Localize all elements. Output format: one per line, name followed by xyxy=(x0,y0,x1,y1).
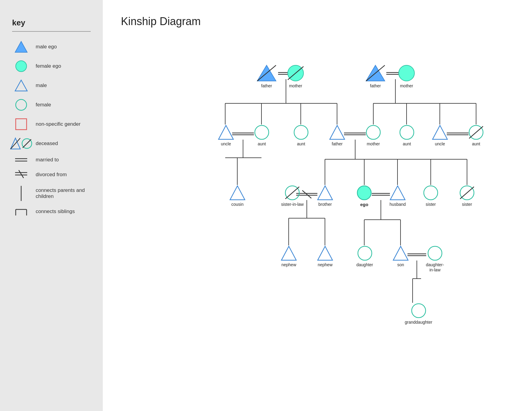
label-gm1: mother xyxy=(289,83,302,89)
label-aunt1: aunt xyxy=(258,141,266,147)
svg-point-81 xyxy=(400,125,414,139)
label-gm2: mother xyxy=(400,83,413,89)
svg-marker-0 xyxy=(15,41,27,52)
svg-point-1 xyxy=(16,61,27,72)
node-uncle2: uncle xyxy=(432,125,448,147)
svg-point-98 xyxy=(428,246,442,260)
label-husband: husband xyxy=(390,202,406,207)
female-ego-symbol xyxy=(12,60,30,73)
male-ego-symbol xyxy=(12,40,30,53)
label-uncle1: uncle xyxy=(221,141,231,147)
node-daughter: daughter xyxy=(356,245,373,267)
sidebar: key male ego female ego male xyxy=(0,0,103,411)
label-ego: ego xyxy=(360,202,368,207)
label-uncle2: uncle xyxy=(435,141,445,147)
node-nephew1: nephew xyxy=(281,245,297,267)
key-item-non-specific: non-specific gender xyxy=(12,118,91,131)
label-daughterinlaw: daughter- in-law xyxy=(426,262,444,273)
node-husband: husband xyxy=(389,185,406,207)
svg-line-93 xyxy=(460,187,474,199)
node-gm2: mother xyxy=(397,64,416,89)
svg-point-91 xyxy=(424,186,438,200)
label-sisterinlaw: sister-in-law xyxy=(281,202,304,207)
key-label-female-ego: female ego xyxy=(36,63,61,69)
svg-point-99 xyxy=(412,304,426,318)
key-item-female-ego: female ego xyxy=(12,60,91,73)
label-cousin: cousin xyxy=(231,202,243,207)
key-title: key xyxy=(12,18,91,28)
node-gf1: father xyxy=(256,64,277,89)
node-daughterinlaw: daughter- in-law xyxy=(426,245,444,273)
key-item-siblings: connects siblings xyxy=(12,207,91,216)
key-label-married: married to xyxy=(36,157,59,163)
svg-line-13 xyxy=(19,170,24,178)
main-content: Kinship Diagram xyxy=(103,0,532,411)
svg-line-87 xyxy=(285,187,299,199)
key-label-parent-child: connects parents and children xyxy=(36,187,91,199)
non-specific-symbol xyxy=(12,118,30,131)
node-granddaughter: granddaughter xyxy=(405,303,432,325)
node-brother: brother xyxy=(317,185,333,207)
female-symbol xyxy=(12,98,30,112)
node-father: father xyxy=(329,125,345,147)
male-symbol xyxy=(12,79,30,92)
svg-marker-95 xyxy=(318,246,332,260)
label-aunt2: aunt xyxy=(297,141,305,147)
divorced-symbol xyxy=(12,170,30,180)
node-nephew2: nephew xyxy=(317,245,333,267)
key-item-male: male xyxy=(12,79,91,92)
svg-marker-79 xyxy=(330,125,345,139)
node-sisterinlaw: sister-in-law xyxy=(281,185,304,207)
svg-marker-97 xyxy=(393,246,408,260)
svg-marker-76 xyxy=(219,125,233,139)
key-item-deceased: deceased xyxy=(12,137,91,150)
svg-point-80 xyxy=(366,125,380,139)
svg-marker-2 xyxy=(15,80,27,91)
label-son: son xyxy=(397,262,404,267)
label-mother: mother xyxy=(367,141,380,147)
svg-line-6 xyxy=(11,138,20,149)
married-symbol xyxy=(12,156,30,163)
svg-line-84 xyxy=(469,126,483,138)
key-label-deceased: deceased xyxy=(36,141,58,147)
key-item-parent-child: connects parents and children xyxy=(12,186,91,201)
svg-point-96 xyxy=(358,246,372,260)
node-sister1: sister xyxy=(423,185,439,207)
label-brother: brother xyxy=(318,202,332,207)
key-item-married: married to xyxy=(12,156,91,163)
node-aunt4: aunt xyxy=(468,125,484,147)
node-aunt1: aunt xyxy=(254,125,270,147)
key-label-non-specific: non-specific gender xyxy=(36,121,80,127)
label-nephew2: nephew xyxy=(318,262,332,267)
label-gf1: father xyxy=(261,83,272,89)
svg-point-3 xyxy=(16,99,27,110)
svg-line-8 xyxy=(23,139,31,148)
label-sister1: sister xyxy=(426,202,436,207)
node-ego: ego xyxy=(356,185,372,207)
label-gf2: father xyxy=(370,83,381,89)
label-sister2: sister xyxy=(462,202,472,207)
key-label-female: female xyxy=(36,102,51,108)
svg-marker-82 xyxy=(433,125,447,139)
key-label-siblings: connects siblings xyxy=(36,209,75,215)
node-sister2: sister xyxy=(459,185,475,207)
deceased-symbol xyxy=(12,137,30,150)
node-gf2: father xyxy=(365,64,386,89)
diagram-title: Kinship Diagram xyxy=(121,15,514,28)
label-daughter: daughter xyxy=(356,262,373,267)
svg-point-75 xyxy=(399,65,414,81)
node-mother: mother xyxy=(365,125,381,147)
svg-marker-85 xyxy=(230,186,245,200)
key-item-divorced: divorced from xyxy=(12,170,91,180)
node-cousin: cousin xyxy=(229,185,246,207)
diagram-connectors xyxy=(121,40,514,396)
key-item-female: female xyxy=(12,98,91,112)
node-son: son xyxy=(392,245,409,267)
key-label-male: male xyxy=(36,83,47,89)
key-label-male-ego: male ego xyxy=(36,44,57,50)
kinship-diagram: father mother father mother xyxy=(121,40,514,396)
label-nephew1: nephew xyxy=(281,262,296,267)
node-gm1: mother xyxy=(287,64,305,89)
label-aunt3: aunt xyxy=(403,141,411,147)
node-aunt3: aunt xyxy=(399,125,415,147)
